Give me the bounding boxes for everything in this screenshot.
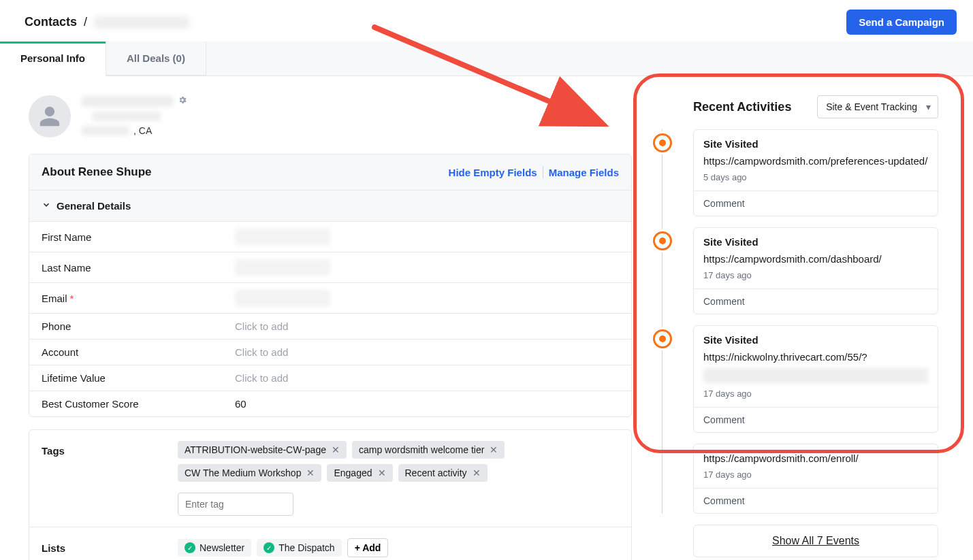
add-list-button[interactable]: + Add: [347, 538, 389, 557]
recent-activities-panel: Recent Activities Site & Event Tracking …: [652, 95, 938, 560]
hide-empty-fields-link[interactable]: Hide Empty Fields: [449, 167, 537, 178]
activity-url: https://nickwolny.thrivecart.com/55/?: [703, 351, 928, 363]
check-icon: ✓: [264, 542, 274, 553]
close-icon[interactable]: ✕: [473, 467, 481, 478]
activity-comment-link[interactable]: Comment: [694, 191, 938, 216]
field-value-lifetime[interactable]: Click to add: [235, 372, 288, 384]
field-label-lifetime: Lifetime Value: [29, 365, 227, 391]
tabs: Personal Info All Deals (0): [0, 42, 973, 76]
contact-email-link: [93, 112, 161, 121]
activity-extra-blurred: [703, 368, 928, 383]
activity-url: https://campwordsmith.com/preferences-up…: [703, 155, 928, 167]
close-icon[interactable]: ✕: [332, 444, 340, 455]
field-value-phone[interactable]: Click to add: [235, 320, 288, 332]
activity-url: https://campwordsmith.com/enroll/: [703, 452, 928, 464]
about-card: About Renee Shupe Hide Empty Fields Mana…: [29, 154, 632, 417]
activity-time: 17 days ago: [703, 389, 928, 399]
activity-title: Site Visited: [703, 236, 928, 248]
meta-card: Tags ATTRIBUTION-website-CW-page✕ camp w…: [29, 429, 632, 560]
about-title: About Renee Shupe: [42, 165, 152, 179]
field-label-email: Email*: [29, 283, 227, 313]
contact-name: [82, 96, 174, 107]
contact-location-city: [82, 126, 129, 135]
field-value-score[interactable]: 60: [227, 391, 631, 416]
manage-fields-link[interactable]: Manage Fields: [549, 167, 619, 178]
breadcrumb-contact-name: [94, 16, 189, 29]
activity-comment-link[interactable]: Comment: [694, 407, 938, 432]
target-icon: [653, 231, 672, 250]
field-label-first-name: First Name: [29, 222, 227, 252]
target-icon: [653, 329, 672, 348]
activity-comment-link[interactable]: Comment: [694, 289, 938, 314]
activity-time: 17 days ago: [703, 270, 928, 280]
list-item[interactable]: ✓The Dispatch: [257, 539, 341, 557]
close-icon[interactable]: ✕: [378, 467, 386, 478]
tags-container: ATTRIBUTION-website-CW-page✕ camp wordsm…: [178, 441, 619, 516]
field-value-account[interactable]: Click to add: [235, 346, 288, 358]
activity-time: 17 days ago: [703, 470, 928, 480]
show-all-events-link[interactable]: Show All 7 Events: [772, 535, 859, 546]
link-divider: [543, 166, 543, 178]
activity-filter-select[interactable]: Site & Event Tracking: [817, 95, 938, 118]
field-label-last-name: Last Name: [29, 252, 227, 282]
activity-title: Site Visited: [703, 334, 928, 346]
field-value-last-name[interactable]: [227, 252, 631, 282]
activity-time: 5 days ago: [703, 172, 928, 182]
tag: Recent activity✕: [398, 464, 488, 482]
list-item[interactable]: ✓Newsletter: [178, 539, 251, 557]
recent-activities-title: Recent Activities: [693, 100, 791, 114]
breadcrumb-root[interactable]: Contacts: [25, 15, 77, 29]
field-value-first-name[interactable]: [227, 222, 631, 252]
tag: CW The Medium Workshop✕: [178, 464, 321, 482]
field-label-account: Account: [29, 340, 227, 365]
tag: camp wordsmith welcome tier✕: [352, 441, 505, 459]
lists-container: ✓Newsletter ✓The Dispatch + Add: [178, 538, 619, 557]
tag-input[interactable]: [178, 493, 293, 516]
section-general-details: General Details: [57, 200, 131, 212]
send-campaign-button[interactable]: Send a Campaign: [846, 10, 957, 35]
person-icon: [38, 105, 61, 128]
contact-location-state: , CA: [133, 125, 152, 136]
close-icon[interactable]: ✕: [306, 467, 315, 478]
field-label-phone: Phone: [29, 314, 227, 339]
general-details-toggle[interactable]: General Details: [29, 191, 631, 222]
lists-label: Lists: [42, 538, 178, 557]
check-icon: ✓: [185, 542, 195, 553]
tag: Engaged✕: [327, 464, 392, 482]
activity-url: https://campwordsmith.com/dashboard/: [703, 253, 928, 265]
close-icon[interactable]: ✕: [490, 444, 498, 455]
tag: ATTRIBUTION-website-CW-page✕: [178, 441, 347, 459]
field-label-score: Best Customer Score: [29, 391, 227, 416]
breadcrumb-sep: /: [84, 15, 87, 29]
activity-item: Site Visited https://campwordsmith.com/p…: [693, 129, 938, 216]
tab-personal-info[interactable]: Personal Info: [0, 42, 106, 76]
activity-item: Site Visited https://nickwolny.thrivecar…: [693, 325, 938, 433]
chevron-down-icon: [42, 200, 51, 212]
activity-item: https://campwordsmith.com/enroll/ 17 day…: [693, 444, 938, 514]
activity-title: Site Visited: [703, 138, 928, 150]
tags-label: Tags: [42, 441, 178, 516]
show-all-events[interactable]: Show All 7 Events: [693, 525, 938, 557]
avatar: [29, 95, 71, 137]
gear-icon[interactable]: [178, 95, 187, 108]
breadcrumb: Contacts /: [25, 15, 189, 29]
field-value-email[interactable]: [227, 283, 631, 313]
target-icon: [653, 133, 672, 152]
profile-header: , CA: [29, 95, 632, 137]
activity-comment-link[interactable]: Comment: [694, 488, 938, 513]
activity-item: Site Visited https://campwordsmith.com/d…: [693, 227, 938, 314]
tab-all-deals[interactable]: All Deals (0): [106, 42, 206, 76]
